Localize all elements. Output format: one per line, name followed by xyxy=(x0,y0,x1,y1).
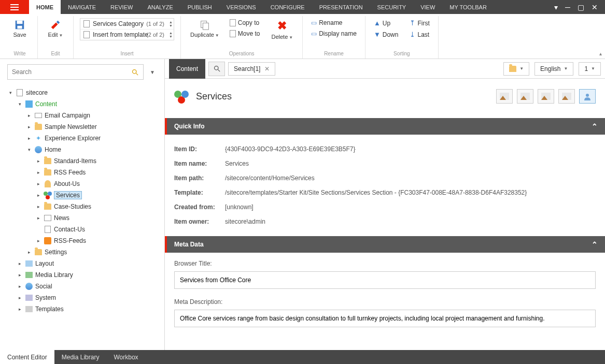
tree-toggle-icon[interactable]: ▸ xyxy=(35,238,41,243)
tree-item-sitecore[interactable]: ▾sitecore xyxy=(4,87,160,98)
tree-toggle-icon[interactable]: ▸ xyxy=(26,250,32,255)
tree-toggle-icon[interactable]: ▸ xyxy=(26,124,32,129)
insert-option[interactable]: Insert from template(2 of 2)▲▼ xyxy=(80,30,174,40)
tab-versions[interactable]: VERSIONS xyxy=(219,0,263,14)
section-meta-data[interactable]: Meta Data ⌃ xyxy=(165,236,605,253)
tree-item-sample-newsletter[interactable]: ▸Sample Newsletter xyxy=(4,121,160,133)
tree-toggle-icon[interactable]: ▸ xyxy=(17,272,23,278)
tree-item-email-campaign[interactable]: ▸Email Campaign xyxy=(4,110,160,121)
tree-toggle-icon[interactable]: ▸ xyxy=(17,295,23,300)
close-icon[interactable]: ✕ xyxy=(592,3,598,11)
tab-configure[interactable]: CONFIGURE xyxy=(263,0,312,14)
tree-item-standard-items[interactable]: ▸Standard-Items xyxy=(4,155,160,167)
tab-review[interactable]: REVIEW xyxy=(103,0,140,14)
version-button[interactable]: 1▼ xyxy=(579,62,601,76)
tree-toggle-icon[interactable]: ▸ xyxy=(26,136,32,141)
tree-toggle-icon[interactable]: ▸ xyxy=(35,158,41,164)
down-button[interactable]: ▼Down xyxy=(372,30,401,39)
insert-option[interactable]: Services Category(1 of 2)▲▼ xyxy=(80,19,174,30)
last-button[interactable]: ⤓Last xyxy=(407,30,431,39)
spinner-icon[interactable]: ▲▼ xyxy=(169,31,173,38)
view-action-5[interactable] xyxy=(579,89,596,104)
maximize-icon[interactable]: ▢ xyxy=(578,3,584,11)
tab-content[interactable]: Content xyxy=(169,59,205,79)
save-button[interactable]: Save xyxy=(8,18,31,39)
tree-toggle-icon[interactable]: ▸ xyxy=(17,261,23,266)
tab-analyze[interactable]: ANALYZE xyxy=(140,0,180,14)
browser-title-input[interactable] xyxy=(174,271,596,289)
spinner-icon[interactable]: ▲▼ xyxy=(169,20,173,27)
tree-item-case-studies[interactable]: ▸Case-Studies xyxy=(4,201,160,212)
duplicate-button[interactable]: Duplicate▼ xyxy=(187,18,222,39)
tree-item-experience-explorer[interactable]: ▸✦Experience Explorer xyxy=(4,133,160,144)
hamburger-menu[interactable] xyxy=(0,0,29,14)
sidebar: ▼ ▾sitecore▾Content▸Email Campaign▸Sampl… xyxy=(0,59,165,350)
tree-toggle-icon[interactable]: ▸ xyxy=(17,284,23,289)
tree-item-rss-feeds[interactable]: ▸RSS Feeds xyxy=(4,167,160,178)
tab-publish[interactable]: PUBLISH xyxy=(180,0,219,14)
tree-item-home[interactable]: ▾Home xyxy=(4,144,160,155)
first-button[interactable]: ⤒First xyxy=(407,18,431,28)
tab-search-result[interactable]: Search[1]✕ xyxy=(228,62,275,76)
insert-list[interactable]: Services Category(1 of 2)▲▼Insert from t… xyxy=(80,18,174,40)
tree-toggle-icon[interactable]: ▸ xyxy=(17,307,23,312)
bottom-tab-workbox[interactable]: Workbox xyxy=(106,350,145,364)
display-name-button[interactable]: ▭Display name xyxy=(309,29,359,38)
tab-view[interactable]: VIEW xyxy=(413,0,442,14)
tab-search-button[interactable] xyxy=(208,62,225,76)
tree-toggle-icon[interactable]: ▸ xyxy=(35,170,41,175)
search-input[interactable] xyxy=(12,68,131,76)
tree-item-templates[interactable]: ▸Templates xyxy=(4,303,160,315)
up-button[interactable]: ▲Up xyxy=(372,18,401,28)
move-to-button[interactable]: Move to xyxy=(228,29,262,38)
tab-presentation[interactable]: PRESENTATION xyxy=(312,0,370,14)
nav-button[interactable]: ▼ xyxy=(503,62,529,76)
tree-toggle-icon[interactable]: ▾ xyxy=(17,101,23,107)
group-label: Insert xyxy=(80,51,174,56)
copy-to-button[interactable]: Copy to xyxy=(228,18,262,27)
tree-toggle-icon[interactable]: ▾ xyxy=(7,90,13,95)
tree-item-layout[interactable]: ▸Layout xyxy=(4,258,160,269)
delete-button[interactable]: ✖ Delete▼ xyxy=(268,18,296,41)
more-icon[interactable]: ▾ xyxy=(554,3,558,11)
bottom-tab-media-library[interactable]: Media Library xyxy=(54,350,107,364)
search-icon[interactable] xyxy=(131,68,139,76)
tree-item-system[interactable]: ▸System xyxy=(4,292,160,303)
insert-label: Insert from template xyxy=(93,31,148,38)
tree-label: Experience Explorer xyxy=(45,135,101,142)
tab-home[interactable]: HOME xyxy=(29,0,61,14)
search-box[interactable] xyxy=(7,64,144,80)
tree-toggle-icon[interactable]: ▸ xyxy=(26,113,32,118)
language-button[interactable]: English▼ xyxy=(534,62,573,76)
section-quick-info[interactable]: Quick Info ⌃ xyxy=(165,118,605,135)
minimize-icon[interactable]: ─ xyxy=(565,3,570,11)
tree-item-news[interactable]: ▸News xyxy=(4,212,160,224)
tree-item-settings[interactable]: ▸Settings xyxy=(4,246,160,258)
tree-item-media-library[interactable]: ▸Media Library xyxy=(4,269,160,281)
view-action-1[interactable] xyxy=(496,89,513,104)
tree-toggle-icon[interactable]: ▸ xyxy=(35,204,41,209)
tree-toggle-icon[interactable]: ▸ xyxy=(35,193,41,198)
tab-navigate[interactable]: NAVIGATE xyxy=(61,0,103,14)
tree-toggle-icon[interactable]: ▸ xyxy=(35,215,41,221)
view-action-2[interactable] xyxy=(517,89,533,104)
tree-item-social[interactable]: ▸Social xyxy=(4,281,160,292)
tab-my-toolbar[interactable]: MY TOOLBAR xyxy=(442,0,494,14)
tree-item-services[interactable]: ▸Services xyxy=(4,190,160,201)
bottom-tab-content-editor[interactable]: Content Editor xyxy=(0,350,54,364)
tree-toggle-icon[interactable]: ▸ xyxy=(35,181,41,186)
tree-item-contact-us[interactable]: Contact-Us xyxy=(4,224,160,235)
tree-toggle-icon[interactable]: ▾ xyxy=(26,147,32,152)
close-tab-icon[interactable]: ✕ xyxy=(264,65,270,72)
tree-item-rss-feeds[interactable]: ▸RSS-Feeds xyxy=(4,235,160,246)
edit-button[interactable]: Edit▼ xyxy=(44,18,67,39)
meta-desc-input[interactable] xyxy=(174,310,596,327)
search-options-icon[interactable]: ▼ xyxy=(148,67,157,77)
view-action-4[interactable] xyxy=(558,89,575,104)
view-action-3[interactable] xyxy=(538,89,554,104)
rename-button[interactable]: ▭Rename xyxy=(309,18,359,27)
tree-item-about-us[interactable]: ▸About-Us xyxy=(4,178,160,190)
ribbon-collapse-icon[interactable]: ▴ xyxy=(599,51,602,56)
tab-security[interactable]: SECURITY xyxy=(370,0,414,14)
tree-item-content[interactable]: ▾Content xyxy=(4,98,160,110)
